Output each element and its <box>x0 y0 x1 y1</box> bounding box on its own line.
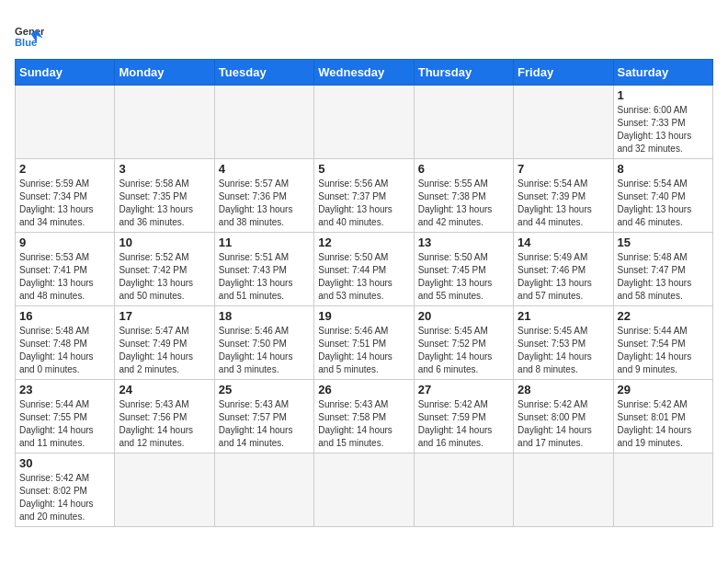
day-info: Sunrise: 5:54 AMSunset: 7:40 PMDaylight:… <box>618 178 709 229</box>
calendar-cell <box>514 86 613 159</box>
calendar-cell: 11Sunrise: 5:51 AMSunset: 7:43 PMDayligh… <box>214 233 313 306</box>
day-info: Sunrise: 5:49 AMSunset: 7:46 PMDaylight:… <box>518 251 609 303</box>
calendar-cell: 3Sunrise: 5:58 AMSunset: 7:35 PMDaylight… <box>115 159 214 233</box>
day-info: Sunrise: 5:43 AMSunset: 7:57 PMDaylight:… <box>219 398 310 450</box>
day-info: Sunrise: 5:59 AMSunset: 7:34 PMDaylight:… <box>19 178 110 229</box>
calendar-cell <box>314 454 414 527</box>
calendar-cell <box>16 86 115 159</box>
calendar-cell <box>514 454 613 527</box>
calendar-cell: 25Sunrise: 5:43 AMSunset: 7:57 PMDayligh… <box>214 380 313 454</box>
calendar-cell: 13Sunrise: 5:50 AMSunset: 7:45 PMDayligh… <box>414 233 513 306</box>
day-number: 11 <box>219 236 310 249</box>
calendar-cell: 17Sunrise: 5:47 AMSunset: 7:49 PMDayligh… <box>115 306 214 380</box>
day-number: 30 <box>19 456 110 470</box>
day-info: Sunrise: 5:56 AMSunset: 7:37 PMDaylight:… <box>318 178 409 229</box>
day-number: 17 <box>119 309 210 323</box>
day-info: Sunrise: 5:48 AMSunset: 7:47 PMDaylight:… <box>618 251 709 303</box>
day-header-saturday: Saturday <box>613 60 712 86</box>
calendar-cell: 28Sunrise: 5:42 AMSunset: 8:00 PMDayligh… <box>514 380 613 454</box>
calendar-cell: 10Sunrise: 5:52 AMSunset: 7:42 PMDayligh… <box>115 233 214 306</box>
day-info: Sunrise: 5:42 AMSunset: 8:01 PMDaylight:… <box>618 398 709 450</box>
day-info: Sunrise: 5:48 AMSunset: 7:48 PMDaylight:… <box>19 325 110 376</box>
calendar-cell: 7Sunrise: 5:54 AMSunset: 7:39 PMDaylight… <box>514 159 613 233</box>
day-info: Sunrise: 5:50 AMSunset: 7:45 PMDaylight:… <box>418 251 509 303</box>
day-info: Sunrise: 5:43 AMSunset: 7:56 PMDaylight:… <box>119 398 210 450</box>
calendar-cell <box>115 86 214 159</box>
day-header-monday: Monday <box>115 60 214 86</box>
day-info: Sunrise: 5:46 AMSunset: 7:50 PMDaylight:… <box>219 325 310 376</box>
day-number: 20 <box>418 309 509 323</box>
day-info: Sunrise: 6:00 AMSunset: 7:33 PMDaylight:… <box>618 104 709 155</box>
logo: General Blue <box>15 22 44 52</box>
header: General Blue <box>15 15 713 52</box>
calendar-cell <box>214 454 313 527</box>
day-info: Sunrise: 5:58 AMSunset: 7:35 PMDaylight:… <box>119 178 210 229</box>
calendar-cell <box>414 454 513 527</box>
week-row-5: 23Sunrise: 5:44 AMSunset: 7:55 PMDayligh… <box>16 380 713 454</box>
day-info: Sunrise: 5:52 AMSunset: 7:42 PMDaylight:… <box>119 251 210 303</box>
day-info: Sunrise: 5:47 AMSunset: 7:49 PMDaylight:… <box>119 325 210 376</box>
day-number: 25 <box>219 383 310 396</box>
calendar-cell: 26Sunrise: 5:43 AMSunset: 7:58 PMDayligh… <box>314 380 414 454</box>
calendar-cell <box>115 454 214 527</box>
calendar-cell: 18Sunrise: 5:46 AMSunset: 7:50 PMDayligh… <box>214 306 313 380</box>
day-number: 21 <box>518 309 609 323</box>
day-number: 26 <box>318 383 409 396</box>
day-info: Sunrise: 5:44 AMSunset: 7:55 PMDaylight:… <box>19 398 110 450</box>
day-number: 3 <box>119 162 210 176</box>
calendar-cell: 19Sunrise: 5:46 AMSunset: 7:51 PMDayligh… <box>314 306 414 380</box>
day-number: 7 <box>518 162 609 176</box>
week-row-3: 9Sunrise: 5:53 AMSunset: 7:41 PMDaylight… <box>16 233 713 306</box>
day-number: 5 <box>318 162 409 176</box>
calendar-cell <box>414 86 513 159</box>
calendar-cell <box>214 86 313 159</box>
calendar-cell: 12Sunrise: 5:50 AMSunset: 7:44 PMDayligh… <box>314 233 414 306</box>
day-info: Sunrise: 5:46 AMSunset: 7:51 PMDaylight:… <box>318 325 409 376</box>
calendar-cell: 23Sunrise: 5:44 AMSunset: 7:55 PMDayligh… <box>16 380 115 454</box>
day-header-thursday: Thursday <box>414 60 513 86</box>
calendar-cell: 24Sunrise: 5:43 AMSunset: 7:56 PMDayligh… <box>115 380 214 454</box>
day-number: 23 <box>19 383 110 396</box>
day-number: 2 <box>19 162 110 176</box>
calendar-cell <box>314 86 414 159</box>
day-number: 14 <box>518 236 609 249</box>
calendar-cell: 6Sunrise: 5:55 AMSunset: 7:38 PMDaylight… <box>414 159 513 233</box>
calendar-cell: 4Sunrise: 5:57 AMSunset: 7:36 PMDaylight… <box>214 159 313 233</box>
calendar-cell <box>613 454 712 527</box>
calendar-cell: 30Sunrise: 5:42 AMSunset: 8:02 PMDayligh… <box>16 454 115 527</box>
day-header-wednesday: Wednesday <box>314 60 414 86</box>
day-number: 27 <box>418 383 509 396</box>
calendar-cell: 8Sunrise: 5:54 AMSunset: 7:40 PMDaylight… <box>613 159 712 233</box>
day-number: 19 <box>318 309 409 323</box>
day-header-tuesday: Tuesday <box>214 60 313 86</box>
day-info: Sunrise: 5:43 AMSunset: 7:58 PMDaylight:… <box>318 398 409 450</box>
day-info: Sunrise: 5:51 AMSunset: 7:43 PMDaylight:… <box>219 251 310 303</box>
day-headers: SundayMondayTuesdayWednesdayThursdayFrid… <box>16 60 713 86</box>
day-number: 12 <box>318 236 409 249</box>
calendar-cell: 15Sunrise: 5:48 AMSunset: 7:47 PMDayligh… <box>613 233 712 306</box>
day-number: 6 <box>418 162 509 176</box>
calendar-cell: 9Sunrise: 5:53 AMSunset: 7:41 PMDaylight… <box>16 233 115 306</box>
day-number: 13 <box>418 236 509 249</box>
day-info: Sunrise: 5:42 AMSunset: 8:00 PMDaylight:… <box>518 398 609 450</box>
calendar-cell: 29Sunrise: 5:42 AMSunset: 8:01 PMDayligh… <box>613 380 712 454</box>
week-row-4: 16Sunrise: 5:48 AMSunset: 7:48 PMDayligh… <box>16 306 713 380</box>
day-number: 24 <box>119 383 210 396</box>
day-info: Sunrise: 5:54 AMSunset: 7:39 PMDaylight:… <box>518 178 609 229</box>
calendar-cell: 20Sunrise: 5:45 AMSunset: 7:52 PMDayligh… <box>414 306 513 380</box>
day-number: 15 <box>618 236 709 249</box>
calendar-cell: 14Sunrise: 5:49 AMSunset: 7:46 PMDayligh… <box>514 233 613 306</box>
day-info: Sunrise: 5:50 AMSunset: 7:44 PMDaylight:… <box>318 251 409 303</box>
day-header-sunday: Sunday <box>16 60 115 86</box>
day-number: 1 <box>618 88 709 102</box>
day-number: 18 <box>219 309 310 323</box>
week-row-6: 30Sunrise: 5:42 AMSunset: 8:02 PMDayligh… <box>16 454 713 527</box>
week-row-1: 1Sunrise: 6:00 AMSunset: 7:33 PMDaylight… <box>16 86 713 159</box>
day-number: 8 <box>618 162 709 176</box>
day-number: 16 <box>19 309 110 323</box>
day-number: 9 <box>19 236 110 249</box>
day-info: Sunrise: 5:42 AMSunset: 8:02 PMDaylight:… <box>19 472 110 523</box>
calendar-cell: 27Sunrise: 5:42 AMSunset: 7:59 PMDayligh… <box>414 380 513 454</box>
calendar-cell: 5Sunrise: 5:56 AMSunset: 7:37 PMDaylight… <box>314 159 414 233</box>
day-number: 22 <box>618 309 709 323</box>
